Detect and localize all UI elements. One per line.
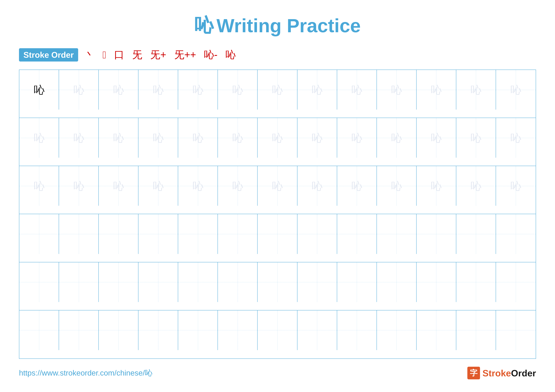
grid-cell <box>337 310 377 350</box>
grid-cell <box>416 214 456 254</box>
cell-character: 吣 <box>113 85 124 95</box>
grid-cell: 吣 <box>139 118 178 158</box>
grid-cell <box>258 310 297 350</box>
cell-character: 吣 <box>272 85 283 95</box>
grid-cell: 吣 <box>99 166 139 206</box>
grid-cell <box>59 214 99 254</box>
cell-character: 吣 <box>73 85 84 95</box>
grid-cell: 吣 <box>218 70 258 110</box>
grid-cell <box>218 262 258 302</box>
cell-character: 吣 <box>34 85 44 95</box>
cell-character: 吣 <box>113 181 124 191</box>
grid-cell: 吣 <box>337 118 377 158</box>
cell-character: 吣 <box>312 181 322 191</box>
grid-cell: 吣 <box>416 118 456 158</box>
grid-row: 吣吣吣吣吣吣吣吣吣吣吣吣吣 <box>19 70 536 118</box>
grid-cell: 吣 <box>297 118 337 158</box>
grid-cell: 吣 <box>258 166 297 206</box>
cell-character: 吣 <box>193 85 203 95</box>
grid-cell <box>377 262 416 302</box>
grid-cell: 吣 <box>337 70 377 110</box>
logo-char: 字 <box>470 368 477 378</box>
grid-cell: 吣 <box>456 118 496 158</box>
grid-cell <box>59 262 99 302</box>
stroke-order-badge: Stroke Order <box>19 48 78 62</box>
grid-cell <box>416 310 456 350</box>
grid-cell <box>258 214 297 254</box>
grid-cell <box>139 310 178 350</box>
stroke-step-7: 吣- <box>204 48 217 62</box>
cell-character: 吣 <box>193 181 203 191</box>
grid-cell: 吣 <box>456 70 496 110</box>
grid-cell: 吣 <box>59 70 99 110</box>
cell-character: 吣 <box>153 85 164 95</box>
grid-cell <box>139 214 178 254</box>
grid-cell <box>258 262 297 302</box>
grid-cell <box>59 310 99 350</box>
cell-character: 吣 <box>153 133 164 143</box>
cell-character: 吣 <box>391 85 402 95</box>
grid-cell: 吣 <box>19 118 59 158</box>
footer-url: https://www.strokeorder.com/chinese/吣 <box>19 368 152 378</box>
cell-character: 吣 <box>73 133 84 143</box>
cell-character: 吣 <box>193 133 203 143</box>
stroke-step-2: 𠃍 <box>102 49 106 61</box>
grid-cell <box>456 214 496 254</box>
grid-cell: 吣 <box>377 70 416 110</box>
cell-character: 吣 <box>113 133 124 143</box>
title-chinese: 吣 <box>194 13 213 38</box>
cell-character: 吣 <box>351 85 362 95</box>
grid-cell <box>456 262 496 302</box>
grid-cell <box>99 310 139 350</box>
grid-cell: 吣 <box>337 166 377 206</box>
grid-cell <box>377 214 416 254</box>
grid-cell: 吣 <box>297 70 337 110</box>
title-text: Writing Practice <box>216 15 361 36</box>
title-row: 吣 Writing Practice <box>19 13 536 38</box>
grid-cell <box>496 214 536 254</box>
grid-cell: 吣 <box>218 166 258 206</box>
grid-row <box>19 214 536 262</box>
grid-row <box>19 262 536 310</box>
grid-cell: 吣 <box>218 118 258 158</box>
grid-cell: 吣 <box>178 118 218 158</box>
cell-character: 吣 <box>431 133 442 143</box>
grid-cell <box>416 262 456 302</box>
grid-cell: 吣 <box>139 166 178 206</box>
stroke-step-3: 口 <box>114 48 124 62</box>
grid-cell: 吣 <box>19 70 59 110</box>
grid-cell <box>178 310 218 350</box>
cell-character: 吣 <box>391 181 402 191</box>
grid-cell: 吣 <box>416 70 456 110</box>
cell-character: 吣 <box>510 85 521 95</box>
grid-cell <box>337 262 377 302</box>
grid-cell <box>19 262 59 302</box>
grid-cell <box>139 262 178 302</box>
cell-character: 吣 <box>272 181 283 191</box>
logo-text: StrokeOrder <box>482 368 536 378</box>
stroke-step-8: 吣 <box>226 48 236 62</box>
footer: https://www.strokeorder.com/chinese/吣 字 … <box>19 367 536 379</box>
footer-logo: 字 StrokeOrder <box>467 367 536 379</box>
grid-cell <box>297 262 337 302</box>
cell-character: 吣 <box>312 85 322 95</box>
cell-character: 吣 <box>470 85 481 95</box>
cell-character: 吣 <box>470 133 481 143</box>
stroke-step-5: 旡+ <box>150 48 166 62</box>
grid-cell: 吣 <box>377 166 416 206</box>
grid-cell: 吣 <box>59 166 99 206</box>
grid-cell: 吣 <box>258 70 297 110</box>
grid-cell: 吣 <box>59 118 99 158</box>
grid-cell: 吣 <box>416 166 456 206</box>
cell-character: 吣 <box>391 133 402 143</box>
stroke-order-row: Stroke Order 丶 𠃍 口 旡 旡+ 旡++ 吣- 吣 <box>19 48 536 62</box>
cell-character: 吣 <box>272 133 283 143</box>
grid-cell: 吣 <box>496 70 536 110</box>
logo-icon: 字 <box>467 367 480 379</box>
cell-character: 吣 <box>431 85 442 95</box>
grid-cell: 吣 <box>377 118 416 158</box>
cell-character: 吣 <box>34 181 44 191</box>
cell-character: 吣 <box>153 181 164 191</box>
grid-cell: 吣 <box>178 70 218 110</box>
grid-cell <box>377 310 416 350</box>
